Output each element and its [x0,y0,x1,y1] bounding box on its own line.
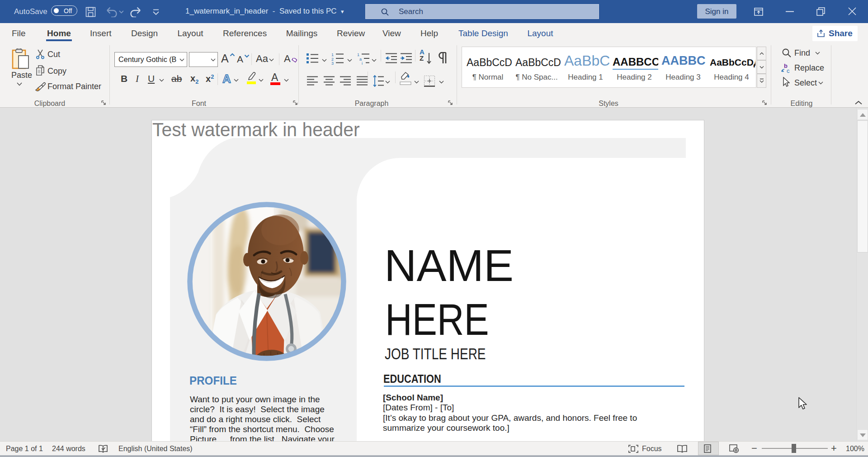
svg-text:a: a [359,57,362,62]
svg-text:c: c [787,67,790,74]
svg-text:2: 2 [331,57,334,62]
svg-text:1: 1 [331,52,334,57]
svg-text:1: 1 [357,52,359,57]
svg-text:i: i [362,61,363,65]
svg-text:A: A [222,72,231,85]
svg-text:3: 3 [331,61,334,65]
